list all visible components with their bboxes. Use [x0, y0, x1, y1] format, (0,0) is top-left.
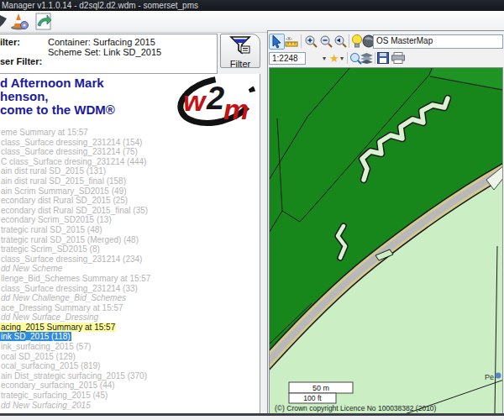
- pointer-icon: [270, 34, 284, 49]
- scheme-item[interactable]: econdary dist Rural SD_2015_final (35): [0, 206, 260, 216]
- svg-text:50 m: 50 m: [312, 384, 329, 392]
- scheme-item[interactable]: trategic rural SD_2015 (48): [0, 225, 260, 235]
- map-layer-select[interactable]: OS MasterMap: [373, 34, 503, 49]
- scheme-item[interactable]: econdary Scrim_SD2015 (13): [0, 215, 260, 225]
- save-icon[interactable]: [377, 52, 389, 64]
- scheme-item[interactable]: ain dist rural SD_2015 (131): [0, 166, 260, 176]
- toolbar-separator: [347, 52, 348, 64]
- print-icon[interactable]: [391, 52, 405, 64]
- scheme-item[interactable]: eme Summary at 15:57: [0, 128, 260, 138]
- scheme-item[interactable]: ace_Dressing Summary at 15:57: [0, 303, 260, 313]
- scheme-item-highlighted[interactable]: acing_2015 Summary at 15:57: [0, 323, 260, 333]
- welcome-line-2: henson,: [0, 90, 49, 103]
- scheme-item[interactable]: class_Surface dressing_231214 (75): [0, 147, 260, 157]
- map-place-marker-icon: [496, 373, 501, 379]
- scheme-item-selected[interactable]: ink SD_2015 (118): [0, 332, 260, 342]
- application-window: Manager v1.1.0.14 - d2sql2.d2.wdm - some…: [0, 0, 504, 420]
- map-drawing: Pe 50 m 100 ft (©) Crown copyright Licen…: [270, 68, 502, 413]
- funnel-icon: [229, 36, 251, 55]
- scheme-item-add-new[interactable]: dd New Challenge_Bid_Schemes: [0, 293, 260, 303]
- traffic-cone-tool-icon[interactable]: [10, 13, 30, 30]
- scheme-list: eme Summary at 15:57 class_Surface dress…: [0, 128, 260, 410]
- map-scale-input[interactable]: 1:2248: [269, 52, 306, 65]
- scheme-item[interactable]: class_Surface dressing_231214 (33): [0, 284, 260, 294]
- scheme-item-add-new[interactable]: dd New Surface_Dressing: [0, 312, 260, 323]
- scheme-item[interactable]: trategic Scrim_SD2015 (8): [0, 244, 260, 255]
- scale-dropdown-caret[interactable]: ▾: [323, 55, 326, 62]
- scheme-item[interactable]: llenge_Bid_Schemes Summary at 15:57: [0, 274, 260, 284]
- filter-summary-panel: ilter: Container: Surfacing 2015 Scheme …: [0, 34, 218, 74]
- scheme-item[interactable]: trategic rural SD_2015 (Merged) (48): [0, 235, 260, 245]
- svg-text:m: m: [223, 93, 249, 125]
- export-document-icon[interactable]: [34, 13, 53, 30]
- scheme-item-add-new[interactable]: dd New Surfacing_2015: [0, 401, 260, 411]
- welcome-line-3: come to the WDM®: [0, 103, 115, 117]
- filter-button[interactable]: Filter: [220, 34, 260, 68]
- scheme-item[interactable]: econdary_surfacing_2015 (44): [0, 381, 260, 391]
- scheme-item[interactable]: econdary dist Rural SD_2015 (25): [0, 196, 260, 206]
- filter-scheme-set-value: Scheme Set: Link SD_2015: [48, 47, 161, 57]
- toolbar-separator: [349, 34, 349, 48]
- zoom-in-icon[interactable]: [304, 34, 318, 48]
- scheme-panel: d Afternoon Mark henson, come to the WDM…: [0, 74, 260, 413]
- scheme-item[interactable]: class_Surface dressing_231214 (234): [0, 255, 260, 265]
- favorites-dropdown-caret[interactable]: ▾: [340, 55, 344, 62]
- scheme-item[interactable]: ain Scrim Summary_SD2015 (49): [0, 186, 260, 197]
- scheme-item[interactable]: ain dist rural SD_2015_final (158): [0, 176, 260, 186]
- scheme-item[interactable]: class_Surface dressing_231214 (154): [0, 138, 260, 148]
- filter-label: ilter:: [0, 37, 20, 47]
- svg-text:2: 2: [206, 81, 224, 116]
- title-bar[interactable]: Manager v1.1.0.14 - d2sql2.d2.wdm - some…: [0, 0, 504, 11]
- toolbar-separator: [375, 52, 375, 64]
- measure-tool-icon[interactable]: -x-: [285, 34, 298, 48]
- svg-text:-x-: -x-: [286, 35, 293, 41]
- toolbar-separator: [301, 34, 302, 48]
- layers-icon[interactable]: [360, 53, 373, 64]
- map-place-label: Pe: [485, 373, 494, 381]
- wdm-logo: w 2 m: [176, 74, 257, 128]
- map-panel: -x- O: [267, 30, 504, 415]
- filter-container-value: Container: Surfacing 2015: [48, 37, 155, 47]
- scheme-item[interactable]: ink_surfacing_2015 (57): [0, 342, 260, 352]
- favorites-star-icon[interactable]: ★: [329, 53, 339, 64]
- zoom-out-icon[interactable]: [319, 34, 333, 48]
- svg-text:w: w: [183, 85, 207, 117]
- select-pointer-button[interactable]: [269, 34, 285, 50]
- lightbulb-icon[interactable]: [351, 34, 363, 49]
- scheme-item[interactable]: ocal_surfacing_2015 (819): [0, 361, 260, 371]
- scheme-item[interactable]: ain Dist_strategic surfacing_2015 (370): [0, 371, 260, 381]
- welcome-line-1: d Afternoon Mark: [0, 76, 104, 90]
- filter-button-label: Filter: [221, 59, 260, 69]
- map-canvas[interactable]: Pe 50 m 100 ft (©) Crown copyright Licen…: [269, 67, 503, 414]
- window-bottom-border: [0, 413, 504, 416]
- svg-text:100 ft: 100 ft: [303, 394, 322, 402]
- scheme-item-add-new[interactable]: dd New Scheme: [0, 264, 260, 274]
- scheme-item[interactable]: ocal SD_2015 (129): [0, 352, 260, 362]
- scheme-item[interactable]: trategic_surfacing_2015 (45): [0, 391, 260, 401]
- window-title: Manager v1.1.0.14 - d2sql2.d2.wdm - some…: [2, 1, 198, 10]
- clipped-tool-icon[interactable]: [0, 13, 7, 29]
- user-filter-label: ser Filter:: [0, 56, 42, 66]
- map-copyright: (©) Crown copyright Licence No 100038382…: [275, 404, 437, 412]
- scheme-item[interactable]: C class_Surface dresing_231214 (444): [0, 157, 260, 167]
- zoom-previous-icon[interactable]: [333, 34, 347, 48]
